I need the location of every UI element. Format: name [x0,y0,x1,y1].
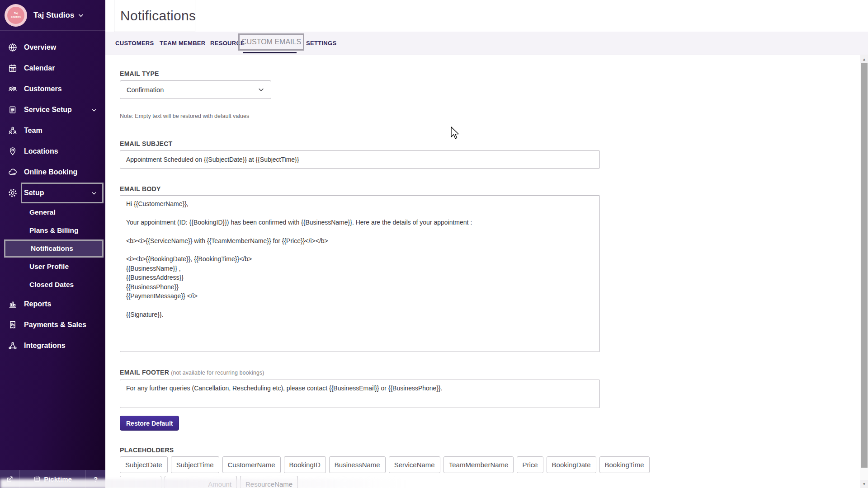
tab-label: CUSTOM EMAILS [241,38,301,46]
sidebar-item-label: General [29,208,56,216]
tab-label: TEAM MEMBER [160,40,206,47]
chevron-down-icon [89,190,99,196]
tab-custom-emails[interactable]: CUSTOM EMAILS [238,33,304,51]
sidebar-item-label: User Profile [29,263,69,271]
placeholder-chip[interactable]: ResourceName [240,476,298,488]
sidebar-item-label: Closed Dates [29,281,74,289]
sidebar-item-label: Locations [24,147,58,155]
tab-team-member[interactable]: TEAM MEMBER [160,32,206,55]
sidebar-item-label: Payments & Sales [24,321,86,329]
email-type-label: EMAIL TYPE [120,70,159,77]
email-body-label: EMAIL BODY [120,185,161,192]
sidebar-nav: Overview 23 Calendar Customers Service S… [0,31,105,356]
external-link-icon [6,475,14,483]
sidebar-item-label: Customers [24,85,62,93]
sidebar-item-locations[interactable]: Locations [0,141,105,162]
sidebar-item-reports[interactable]: Reports [0,294,105,314]
calendar-icon: 23 [8,63,18,73]
sidebar-subitem-plans-billing[interactable]: Plans & Billing [0,221,105,239]
email-footer-label-text: EMAIL FOOTER [120,369,169,376]
sidebar-item-label: Service Setup [24,106,72,114]
sidebar-item-payments-sales[interactable]: $ Payments & Sales [0,314,105,335]
placeholder-chip[interactable]: BookingID [284,456,326,473]
receipt-icon: $ [8,320,18,330]
chevron-down-icon [89,107,99,113]
placeholder-chip[interactable]: CustomerName [222,456,281,473]
tab-settings[interactable]: SETTINGS [306,32,336,55]
vertical-scrollbar: ▲ ▼ [860,55,868,488]
placeholders-label: PLACEHOLDERS [120,446,174,454]
workspace-name: Taj Studios [33,11,74,20]
email-subject-input[interactable] [120,150,600,169]
sidebar: Taj Studios Taj Studios Overview 23 Cale… [0,0,105,488]
sidebar-item-service-setup[interactable]: Service Setup [0,99,105,120]
help-icon: ? [94,475,98,483]
workspace-switcher[interactable]: Taj Studios Taj Studios [0,0,105,31]
sidebar-item-label: Reports [24,300,51,308]
email-subject-label: EMAIL SUBJECT [120,140,172,147]
sidebar-subitem-user-profile[interactable]: User Profile [0,258,105,276]
customers-icon [8,84,18,94]
sidebar-item-label: Overview [24,43,56,52]
placeholder-chip[interactable]: TeamMemberName [443,456,514,473]
sidebar-item-customers[interactable]: Customers [0,79,105,99]
placeholder-chip[interactable]: BookingTime [599,456,650,473]
scroll-down-button[interactable]: ▼ [860,480,868,488]
restore-default-button[interactable]: Restore Default [120,416,179,431]
email-type-select[interactable]: Confirmation [120,80,271,99]
tab-customers[interactable]: CUSTOMERS [115,32,154,55]
avatar: Taj Studios [5,4,27,27]
placeholder-chips-row2: Amount ResourceName [120,476,298,488]
sidebar-item-label: Online Booking [24,168,77,176]
brand-name: Picktime [44,475,72,483]
placeholder-chip[interactable]: Price [517,456,543,473]
note-text: Note: Empty text will be restored with d… [120,113,249,119]
email-body-textarea[interactable]: Hi {{CustomerName}}, Your appointment (I… [120,195,600,352]
sidebar-item-online-booking[interactable]: Online Booking [0,162,105,183]
placeholder-chip[interactable]: SubjectTime [171,456,219,473]
placeholder-chip[interactable]: Amount [165,476,237,488]
picktime-calendar-icon [33,475,41,483]
sidebar-item-overview[interactable]: Overview [0,37,105,58]
team-icon [8,126,18,136]
email-footer-label: EMAIL FOOTER (not available for recurrin… [120,369,264,376]
svg-text:$: $ [13,324,15,327]
bar-chart-icon [8,299,18,309]
open-booking-page-button[interactable] [0,470,19,488]
custom-emails-panel: EMAIL TYPE Confirmation Note: Empty text… [105,55,860,488]
scroll-up-button[interactable]: ▲ [860,55,868,63]
page-title: Notifications [120,8,196,23]
chevron-down-icon [78,12,84,19]
cloud-icon [8,167,18,177]
page-title-box: Notifications [114,0,195,32]
help-button[interactable]: ? [86,470,105,488]
location-pin-icon [8,146,18,156]
sidebar-item-team[interactable]: Team [0,120,105,141]
avatar-text: Studios [7,15,24,19]
sidebar-item-label: Setup [24,189,44,197]
sidebar-item-integrations[interactable]: Integrations [0,335,105,356]
sidebar-item-calendar[interactable]: 23 Calendar [0,58,105,79]
placeholder-chip[interactable]: SubjectDate [120,456,168,473]
sidebar-subitem-notifications[interactable]: Notifications [4,239,104,258]
placeholder-chip[interactable] [120,476,161,488]
sidebar-subitem-closed-dates[interactable]: Closed Dates [0,276,105,294]
svg-text:23: 23 [11,68,14,71]
picktime-logo[interactable]: Picktime [20,470,85,488]
sidebar-subitem-general[interactable]: General [0,203,105,221]
scrollbar-thumb[interactable] [861,63,868,468]
email-footer-textarea[interactable]: For any further queries (Cancellation, R… [120,380,600,408]
tab-label: CUSTOMERS [115,40,154,47]
avatar-text: Taj [7,12,24,15]
email-footer-hint: (not available for recurring bookings) [171,370,264,376]
placeholder-chip[interactable]: BusinessName [329,456,386,473]
sidebar-item-label: Team [24,127,42,135]
sidebar-item-label: Plans & Billing [29,226,79,235]
placeholder-chip[interactable]: BookingDate [547,456,596,473]
sidebar-item-label: Notifications [31,244,73,253]
placeholder-chip[interactable]: ServiceName [389,456,440,473]
placeholder-chips-row1: SubjectDate SubjectTime CustomerName Boo… [120,456,650,473]
tab-bar: CUSTOMERS TEAM MEMBER RESOURCE CUSTOM EM… [105,32,868,55]
sidebar-item-setup[interactable]: Setup [0,183,105,203]
page-header: Notifications [105,0,868,32]
